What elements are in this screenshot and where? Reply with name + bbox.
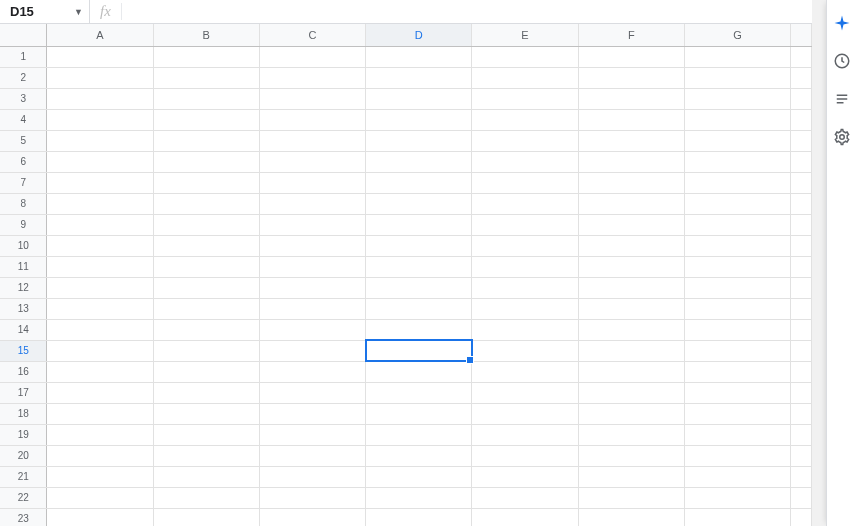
cell-A13[interactable] bbox=[47, 298, 153, 319]
cell-E14[interactable] bbox=[472, 319, 578, 340]
cell-G14[interactable] bbox=[684, 319, 790, 340]
cell-A20[interactable] bbox=[47, 445, 153, 466]
column-header-D[interactable]: D bbox=[366, 24, 472, 46]
cell-C20[interactable] bbox=[259, 445, 365, 466]
cell-A12[interactable] bbox=[47, 277, 153, 298]
cell-F5[interactable] bbox=[578, 130, 684, 151]
row-header-16[interactable]: 16 bbox=[0, 361, 47, 382]
cell-C18[interactable] bbox=[259, 403, 365, 424]
cell-A10[interactable] bbox=[47, 235, 153, 256]
cell-C19[interactable] bbox=[259, 424, 365, 445]
column-header-C[interactable]: C bbox=[259, 24, 365, 46]
column-header-B[interactable]: B bbox=[153, 24, 259, 46]
cell-B8[interactable] bbox=[153, 193, 259, 214]
cell-D8[interactable] bbox=[366, 193, 472, 214]
cell-B1[interactable] bbox=[153, 46, 259, 67]
row-header-6[interactable]: 6 bbox=[0, 151, 47, 172]
cell-C10[interactable] bbox=[259, 235, 365, 256]
cell-B16[interactable] bbox=[153, 361, 259, 382]
cell-F2[interactable] bbox=[578, 67, 684, 88]
cell-E22[interactable] bbox=[472, 487, 578, 508]
name-box[interactable]: D15 ▼ bbox=[0, 0, 90, 23]
cell-B23[interactable] bbox=[153, 508, 259, 526]
cell-C17[interactable] bbox=[259, 382, 365, 403]
cell-B7[interactable] bbox=[153, 172, 259, 193]
cell-F22[interactable] bbox=[578, 487, 684, 508]
cell-G9[interactable] bbox=[684, 214, 790, 235]
column-header-G[interactable]: G bbox=[684, 24, 790, 46]
cell-D12[interactable] bbox=[366, 277, 472, 298]
cell-D14[interactable] bbox=[366, 319, 472, 340]
cell-A2[interactable] bbox=[47, 67, 153, 88]
cell-B11[interactable] bbox=[153, 256, 259, 277]
cell-A15[interactable] bbox=[47, 340, 153, 361]
cell-G4[interactable] bbox=[684, 109, 790, 130]
cell-D5[interactable] bbox=[366, 130, 472, 151]
cell-G10[interactable] bbox=[684, 235, 790, 256]
row-header-3[interactable]: 3 bbox=[0, 88, 47, 109]
cell-A22[interactable] bbox=[47, 487, 153, 508]
cell-G23[interactable] bbox=[684, 508, 790, 526]
cell-D18[interactable] bbox=[366, 403, 472, 424]
cell-A14[interactable] bbox=[47, 319, 153, 340]
cell-G19[interactable] bbox=[684, 424, 790, 445]
row-header-17[interactable]: 17 bbox=[0, 382, 47, 403]
cell-A7[interactable] bbox=[47, 172, 153, 193]
row-header-19[interactable]: 19 bbox=[0, 424, 47, 445]
cell-C9[interactable] bbox=[259, 214, 365, 235]
row-header-14[interactable]: 14 bbox=[0, 319, 47, 340]
cell-E17[interactable] bbox=[472, 382, 578, 403]
cell-E19[interactable] bbox=[472, 424, 578, 445]
history-icon[interactable] bbox=[827, 42, 857, 80]
cell-G8[interactable] bbox=[684, 193, 790, 214]
cell-A8[interactable] bbox=[47, 193, 153, 214]
name-box-dropdown-icon[interactable]: ▼ bbox=[68, 7, 89, 17]
row-header-1[interactable]: 1 bbox=[0, 46, 47, 67]
cell-A18[interactable] bbox=[47, 403, 153, 424]
cell-G22[interactable] bbox=[684, 487, 790, 508]
cell-F7[interactable] bbox=[578, 172, 684, 193]
row-header-23[interactable]: 23 bbox=[0, 508, 47, 526]
cell-D21[interactable] bbox=[366, 466, 472, 487]
cell-D7[interactable] bbox=[366, 172, 472, 193]
cell-E8[interactable] bbox=[472, 193, 578, 214]
cell-B9[interactable] bbox=[153, 214, 259, 235]
cell-F15[interactable] bbox=[578, 340, 684, 361]
cell-B10[interactable] bbox=[153, 235, 259, 256]
cell-A5[interactable] bbox=[47, 130, 153, 151]
cell-E6[interactable] bbox=[472, 151, 578, 172]
cell-A4[interactable] bbox=[47, 109, 153, 130]
cell-D2[interactable] bbox=[366, 67, 472, 88]
row-header-9[interactable]: 9 bbox=[0, 214, 47, 235]
row-header-10[interactable]: 10 bbox=[0, 235, 47, 256]
gemini-icon[interactable] bbox=[827, 4, 857, 42]
cell-B3[interactable] bbox=[153, 88, 259, 109]
column-header-E[interactable]: E bbox=[472, 24, 578, 46]
cell-F23[interactable] bbox=[578, 508, 684, 526]
row-header-4[interactable]: 4 bbox=[0, 109, 47, 130]
cell-B22[interactable] bbox=[153, 487, 259, 508]
cell-D10[interactable] bbox=[366, 235, 472, 256]
cell-F3[interactable] bbox=[578, 88, 684, 109]
cell-F4[interactable] bbox=[578, 109, 684, 130]
cell-D17[interactable] bbox=[366, 382, 472, 403]
row-header-12[interactable]: 12 bbox=[0, 277, 47, 298]
cell-A16[interactable] bbox=[47, 361, 153, 382]
cell-A19[interactable] bbox=[47, 424, 153, 445]
column-header-A[interactable]: A bbox=[47, 24, 153, 46]
cell-F13[interactable] bbox=[578, 298, 684, 319]
cell-B12[interactable] bbox=[153, 277, 259, 298]
cell-C14[interactable] bbox=[259, 319, 365, 340]
cell-G21[interactable] bbox=[684, 466, 790, 487]
cell-F10[interactable] bbox=[578, 235, 684, 256]
cell-F12[interactable] bbox=[578, 277, 684, 298]
cell-G20[interactable] bbox=[684, 445, 790, 466]
cell-E20[interactable] bbox=[472, 445, 578, 466]
cell-A17[interactable] bbox=[47, 382, 153, 403]
cell-F6[interactable] bbox=[578, 151, 684, 172]
cell-D16[interactable] bbox=[366, 361, 472, 382]
cell-A6[interactable] bbox=[47, 151, 153, 172]
cell-F11[interactable] bbox=[578, 256, 684, 277]
cell-C6[interactable] bbox=[259, 151, 365, 172]
row-header-22[interactable]: 22 bbox=[0, 487, 47, 508]
